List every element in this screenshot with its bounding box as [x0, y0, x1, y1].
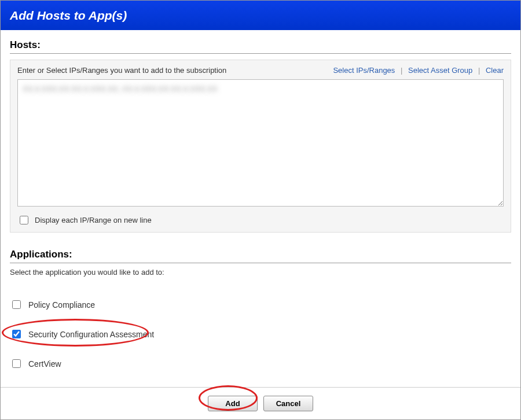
- label-certview: CertView: [28, 359, 61, 369]
- hosts-section-title: Hosts:: [10, 39, 511, 54]
- select-ips-link[interactable]: Select IPs/Ranges: [333, 66, 395, 75]
- dialog-footer: Add Cancel: [1, 387, 520, 419]
- hosts-instructions: Enter or Select IPs/Ranges you want to a…: [17, 66, 226, 75]
- checkbox-policy-compliance[interactable]: [12, 300, 21, 309]
- app-option-security-configuration-assessment: Security Configuration Assessment: [10, 328, 511, 340]
- select-asset-group-link[interactable]: Select Asset Group: [408, 66, 472, 75]
- checkbox-security-configuration-assessment[interactable]: [12, 330, 21, 338]
- link-separator: |: [401, 66, 402, 75]
- hosts-links: Select IPs/Ranges | Select Asset Group |…: [333, 66, 504, 75]
- link-separator: |: [478, 66, 480, 75]
- dialog-title: Add Hosts to App(s): [10, 9, 127, 22]
- dialog-content: Hosts: Enter or Select IPs/Ranges you wa…: [1, 30, 520, 387]
- hosts-top-row: Enter or Select IPs/Ranges you want to a…: [17, 66, 504, 75]
- add-button[interactable]: Add: [208, 396, 258, 411]
- applications-section-title: Applications:: [10, 249, 511, 263]
- hosts-panel: Enter or Select IPs/Ranges you want to a…: [10, 60, 511, 233]
- dialog-add-hosts: Add Hosts to App(s) Hosts: Enter or Sele…: [0, 0, 521, 420]
- hosts-textarea[interactable]: [17, 79, 504, 207]
- label-security-configuration-assessment: Security Configuration Assessment: [28, 330, 154, 339]
- app-option-certview: CertView: [10, 358, 511, 370]
- display-each-checkbox[interactable]: [20, 216, 28, 224]
- applications-options: Policy Compliance Security Configuration…: [10, 299, 511, 370]
- checkbox-certview[interactable]: [12, 359, 21, 368]
- display-each-row: Display each IP/Range on new line: [17, 214, 504, 226]
- clear-link[interactable]: Clear: [486, 66, 504, 75]
- display-each-label: Display each IP/Range on new line: [35, 216, 152, 224]
- dialog-header: Add Hosts to App(s): [1, 1, 520, 30]
- cancel-button[interactable]: Cancel: [263, 396, 313, 411]
- applications-instructions: Select the application you would like to…: [10, 268, 511, 277]
- app-option-policy-compliance: Policy Compliance: [10, 299, 511, 311]
- label-policy-compliance: Policy Compliance: [28, 300, 95, 310]
